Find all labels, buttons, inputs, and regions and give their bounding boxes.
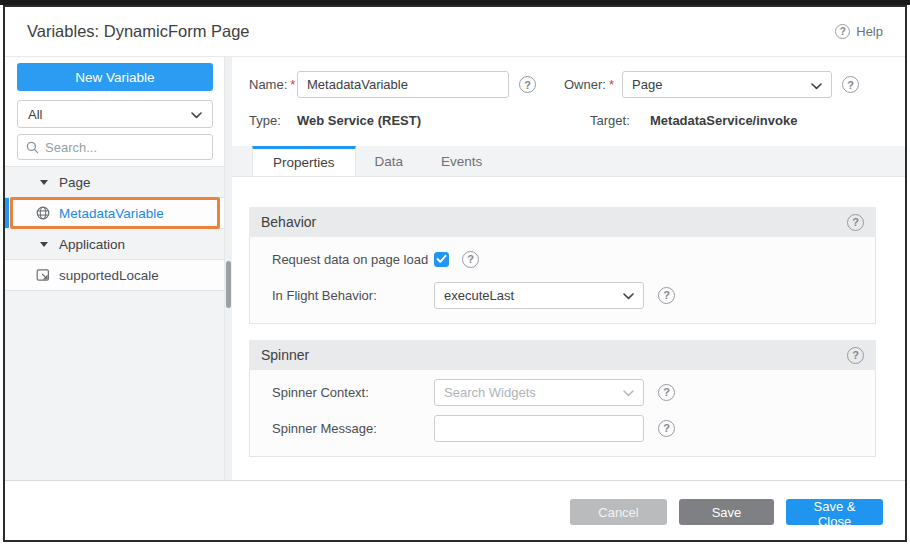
group-label: Application xyxy=(59,237,125,252)
chevron-down-icon xyxy=(623,383,634,401)
owner-help-icon[interactable]: ? xyxy=(842,76,859,93)
new-variable-button[interactable]: New Variable xyxy=(17,63,213,91)
spinner-message-label: Spinner Message: xyxy=(272,421,434,436)
tab-properties[interactable]: Properties xyxy=(252,146,356,176)
search-input[interactable] xyxy=(45,140,204,155)
target-label: Target: xyxy=(590,113,650,128)
section-title: Behavior xyxy=(261,214,316,230)
name-help-icon[interactable]: ? xyxy=(519,76,536,93)
behavior-section: Behavior ? Request data on page load ? I… xyxy=(249,207,876,324)
save-and-close-button[interactable]: Save & Close xyxy=(786,499,883,525)
tab-data[interactable]: Data xyxy=(356,146,423,176)
spinner-section-body: Spinner Context: Search Widgets ? Spinne… xyxy=(249,370,876,457)
sidebar-controls: New Variable All xyxy=(5,57,224,167)
static-variable-icon xyxy=(36,268,50,282)
detail-tabs: Properties Data Events xyxy=(232,146,905,177)
spinner-context-select[interactable]: Search Widgets xyxy=(434,379,644,406)
sidebar-group-application[interactable]: Application xyxy=(5,229,224,260)
spinner-section: Spinner ? Spinner Context: Search Widget… xyxy=(249,340,876,457)
dialog-title: Variables: DynamicForm Page xyxy=(27,22,250,41)
dialog-body: New Variable All Page xyxy=(5,57,905,480)
variables-dialog: Variables: DynamicForm Page ? Help New V… xyxy=(3,5,907,542)
required-asterisk: * xyxy=(609,77,614,92)
section-title: Spinner xyxy=(261,347,309,363)
type-target-row: Type: Web Service (REST) Target: Metadat… xyxy=(249,113,889,128)
search-icon xyxy=(26,141,39,154)
sidebar-scrollbar-thumb[interactable] xyxy=(226,261,231,308)
in-flight-behavior-select[interactable]: executeLast xyxy=(434,282,644,309)
chevron-down-icon xyxy=(623,286,634,304)
required-asterisk: * xyxy=(290,77,295,92)
variable-filter-select[interactable]: All xyxy=(17,100,213,128)
behavior-section-header: Behavior ? xyxy=(249,207,876,237)
type-value: Web Service (REST) xyxy=(297,113,562,128)
request-data-checkbox[interactable] xyxy=(434,252,449,267)
spinner-message-help-icon[interactable]: ? xyxy=(658,420,675,437)
sidebar-group-page[interactable]: Page xyxy=(5,167,224,198)
help-label: Help xyxy=(856,24,883,39)
spinner-help-icon[interactable]: ? xyxy=(847,347,864,364)
help-button[interactable]: ? Help xyxy=(835,24,883,39)
in-flight-selected-value: executeLast xyxy=(444,288,623,303)
help-icon: ? xyxy=(835,24,850,39)
behavior-help-icon[interactable]: ? xyxy=(847,214,864,231)
variable-search xyxy=(17,134,213,160)
spinner-context-row: Spinner Context: Search Widgets ? xyxy=(272,378,875,406)
variables-tree: Page MetadataVariable xyxy=(5,167,224,480)
cancel-button[interactable]: Cancel xyxy=(570,499,667,525)
filter-selected-value: All xyxy=(28,107,42,122)
spinner-context-placeholder: Search Widgets xyxy=(444,385,623,400)
variable-name-input[interactable] xyxy=(297,71,509,98)
tab-events[interactable]: Events xyxy=(422,146,501,176)
caret-down-icon xyxy=(40,242,48,247)
spinner-context-label: Spinner Context: xyxy=(272,385,434,400)
owner-selected-value: Page xyxy=(632,77,811,92)
behavior-section-body: Request data on page load ? In Flight Be… xyxy=(249,237,876,324)
group-label: Page xyxy=(59,175,91,190)
chevron-down-icon xyxy=(191,105,202,123)
owner-label: Owner:* xyxy=(564,77,622,92)
web-service-variable-icon xyxy=(36,206,50,220)
type-label: Type: xyxy=(249,113,297,128)
spinner-section-header: Spinner ? xyxy=(249,340,876,370)
owner-select[interactable]: Page xyxy=(622,71,832,98)
item-label: MetadataVariable xyxy=(59,206,164,221)
in-flight-help-icon[interactable]: ? xyxy=(658,287,675,304)
chevron-down-icon xyxy=(811,76,822,94)
selected-indicator xyxy=(5,198,9,228)
sidebar-item-metadatavariable[interactable]: MetadataVariable xyxy=(5,198,224,229)
in-flight-label: In Flight Behavior: xyxy=(272,288,434,303)
item-label: supportedLocale xyxy=(59,268,159,283)
save-button[interactable]: Save xyxy=(679,499,774,525)
spinner-message-row: Spinner Message: ? xyxy=(272,414,875,442)
target-value: MetadataService/invoke xyxy=(650,113,797,128)
sidebar-scrollbar-track[interactable] xyxy=(224,57,232,480)
name-label: Name:* xyxy=(249,77,297,92)
dialog-header: Variables: DynamicForm Page ? Help xyxy=(5,7,905,57)
spinner-message-input[interactable] xyxy=(434,415,644,442)
sidebar-filler xyxy=(5,291,224,480)
request-data-label: Request data on page load xyxy=(272,252,434,267)
dialog-footer: Cancel Save Save & Close xyxy=(5,480,905,540)
request-data-row: Request data on page load ? xyxy=(272,245,875,273)
caret-down-icon xyxy=(40,180,48,185)
sidebar-item-supportedlocale[interactable]: supportedLocale xyxy=(5,260,224,291)
request-data-help-icon[interactable]: ? xyxy=(462,251,479,268)
variable-detail-panel: Name:* ? Owner:* Page ? Type: Web Servic… xyxy=(232,57,905,480)
spinner-context-help-icon[interactable]: ? xyxy=(658,384,675,401)
in-flight-row: In Flight Behavior: executeLast ? xyxy=(272,281,875,309)
variables-sidebar: New Variable All Page xyxy=(5,57,224,480)
name-owner-row: Name:* ? Owner:* Page ? xyxy=(249,71,889,98)
